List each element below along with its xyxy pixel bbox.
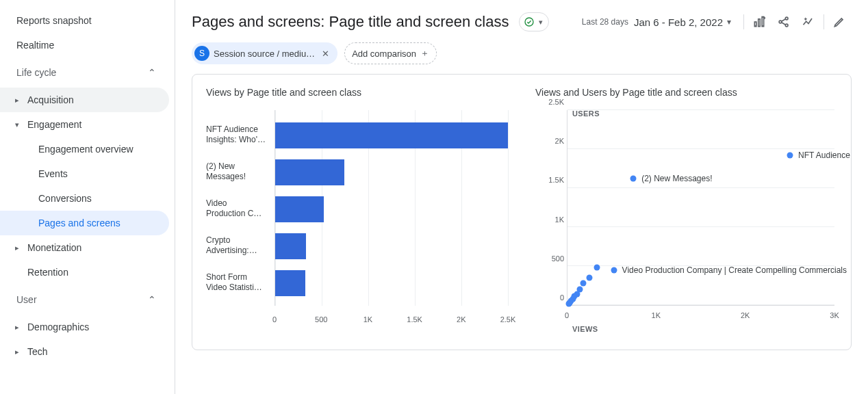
scatter-point[interactable] bbox=[611, 267, 617, 273]
scatter-x-tick: 1K bbox=[652, 311, 661, 319]
bar[interactable] bbox=[275, 122, 508, 148]
bar-x-tick: 2.5K bbox=[500, 315, 516, 324]
sidebar-item-realtime[interactable]: Realtime bbox=[0, 33, 169, 57]
sidebar: Reports snapshot Realtime Life cycle ⌃ ▸… bbox=[0, 0, 175, 394]
chevron-down-icon: ▾ bbox=[539, 18, 543, 27]
share-icon[interactable] bbox=[771, 10, 796, 34]
filter-chips: S Session source / mediu… ✕ Add comparis… bbox=[175, 37, 868, 74]
sidebar-section-label: Life cycle bbox=[16, 67, 56, 78]
scatter-y-tick: 2K bbox=[535, 137, 564, 145]
sidebar-item-demographics[interactable]: ▸ Demographics bbox=[0, 315, 169, 339]
sidebar-section-label: User bbox=[16, 294, 37, 305]
chevron-down-icon[interactable]: ▾ bbox=[727, 17, 731, 27]
scatter-x-axis-label: VIEWS bbox=[572, 325, 598, 333]
sidebar-item-retention[interactable]: Retention bbox=[0, 260, 169, 285]
close-icon[interactable]: ✕ bbox=[319, 49, 332, 59]
bar-category-label: Crypto Advertising:… bbox=[206, 235, 272, 256]
caret-right-icon: ▸ bbox=[15, 96, 19, 105]
topbar: Pages and screens: Page title and screen… bbox=[175, 0, 868, 37]
svg-point-0 bbox=[525, 18, 533, 26]
bar-category-label: Video Production C… bbox=[206, 198, 272, 219]
scatter-point[interactable] bbox=[587, 275, 593, 281]
check-circle-icon bbox=[524, 16, 535, 27]
bar-chart-title: Views by Page title and screen class bbox=[206, 87, 508, 98]
scatter-point[interactable] bbox=[630, 176, 637, 182]
bar-x-tick: 500 bbox=[315, 315, 327, 324]
scatter-chart[interactable]: USERS NFT Audience Insights: Who's Buyin… bbox=[535, 110, 837, 336]
sidebar-item-pages-and-screens[interactable]: Pages and screens bbox=[0, 211, 169, 235]
sidebar-section-user[interactable]: User ⌃ bbox=[0, 285, 169, 315]
filter-chip-session-source-medium[interactable]: S Session source / mediu… ✕ bbox=[192, 42, 337, 64]
bar-x-tick: 0 bbox=[272, 315, 277, 324]
sidebar-item-monetization[interactable]: ▸ Monetization bbox=[0, 235, 169, 260]
scatter-y-tick: 2.5K bbox=[535, 98, 564, 106]
scatter-x-tick: 3K bbox=[830, 311, 839, 319]
sidebar-item-engagement-overview[interactable]: Engagement overview bbox=[0, 137, 169, 161]
insights-icon[interactable] bbox=[796, 10, 821, 34]
scatter-y-tick: 1K bbox=[535, 215, 564, 224]
bar-category-label: NFT Audience Insights: Who'… bbox=[206, 124, 272, 145]
toolbar bbox=[741, 10, 852, 34]
customize-report-icon[interactable] bbox=[747, 10, 771, 34]
sidebar-item-label: Monetization bbox=[27, 242, 81, 253]
scatter-y-tick: 1.5K bbox=[535, 176, 564, 184]
sidebar-section-life-cycle[interactable]: Life cycle ⌃ bbox=[0, 57, 169, 88]
sidebar-item-reports-snapshot[interactable]: Reports snapshot bbox=[0, 8, 169, 33]
status-pill[interactable]: ▾ bbox=[519, 12, 549, 31]
svg-rect-3 bbox=[762, 17, 764, 27]
scatter-point-label: Video Production Company | Create Compel… bbox=[622, 265, 847, 275]
bar[interactable] bbox=[275, 159, 344, 185]
bar-x-tick: 2K bbox=[457, 315, 465, 324]
svg-point-4 bbox=[779, 21, 782, 23]
scatter-point[interactable] bbox=[580, 280, 587, 287]
bar[interactable] bbox=[275, 270, 305, 296]
scatter-point-label: (2) New Messages! bbox=[641, 174, 712, 183]
date-range-label: Last 28 days bbox=[582, 17, 628, 27]
bar[interactable] bbox=[275, 196, 324, 222]
bar-x-tick: 1K bbox=[363, 315, 372, 324]
scatter-point[interactable] bbox=[593, 265, 600, 271]
sidebar-item-engagement[interactable]: ▾ Engagement bbox=[0, 112, 169, 137]
page-title: Pages and screens: Page title and screen… bbox=[192, 13, 509, 31]
add-comparison-button[interactable]: Add comparison ＋ bbox=[344, 42, 437, 64]
separator bbox=[824, 14, 824, 29]
sidebar-item-label: Retention bbox=[27, 267, 68, 278]
bar[interactable] bbox=[275, 233, 306, 259]
bar-category-label: (2) New Messages! bbox=[206, 161, 272, 182]
svg-rect-2 bbox=[758, 19, 761, 27]
bar-x-tick: 1.5K bbox=[407, 315, 422, 324]
scatter-x-tick: 2K bbox=[741, 311, 750, 319]
filter-chip-label: Session source / mediu… bbox=[214, 49, 315, 59]
main: Pages and screens: Page title and screen… bbox=[175, 0, 868, 394]
sidebar-item-tech[interactable]: ▸ Tech bbox=[0, 339, 169, 364]
chevron-up-icon: ⌃ bbox=[146, 294, 158, 305]
scatter-y-tick: 500 bbox=[535, 254, 564, 263]
scatter-x-tick: 0 bbox=[565, 311, 569, 319]
sidebar-item-events[interactable]: Events bbox=[0, 161, 169, 186]
scatter-point-label: NFT Audience Insights: Who's Buying N bbox=[798, 150, 852, 160]
caret-right-icon: ▸ bbox=[15, 347, 19, 356]
separator bbox=[743, 14, 744, 29]
scatter-chart-title: Views and Users by Page title and screen… bbox=[535, 87, 837, 98]
svg-rect-1 bbox=[754, 22, 756, 27]
scatter-chart-panel: Views and Users by Page title and screen… bbox=[522, 75, 851, 350]
chevron-up-icon: ⌃ bbox=[146, 67, 158, 78]
date-range-value[interactable]: Jan 6 - Feb 2, 2022 bbox=[634, 16, 723, 28]
sidebar-item-label: Acquisition bbox=[27, 94, 74, 105]
svg-point-6 bbox=[785, 24, 788, 27]
caret-right-icon: ▸ bbox=[15, 323, 19, 332]
sidebar-item-conversions[interactable]: Conversions bbox=[0, 186, 169, 211]
scatter-point[interactable] bbox=[787, 153, 793, 159]
caret-down-icon: ▾ bbox=[15, 120, 19, 129]
plus-icon: ＋ bbox=[420, 47, 429, 60]
bar-category-label: Short Form Video Statisti… bbox=[206, 272, 272, 293]
sidebar-item-acquisition[interactable]: ▸ Acquisition bbox=[0, 88, 169, 112]
add-comparison-label: Add comparison bbox=[352, 49, 416, 59]
charts-card: Views by Page title and screen class 050… bbox=[192, 74, 852, 350]
bar-chart[interactable]: 05001K1.5K2K2.5KNFT Audience Insights: W… bbox=[206, 110, 508, 329]
caret-right-icon: ▸ bbox=[15, 244, 19, 252]
scatter-point[interactable] bbox=[565, 301, 572, 307]
segment-badge: S bbox=[194, 46, 209, 61]
edit-icon[interactable] bbox=[827, 10, 852, 34]
sidebar-item-label: Tech bbox=[27, 346, 48, 357]
